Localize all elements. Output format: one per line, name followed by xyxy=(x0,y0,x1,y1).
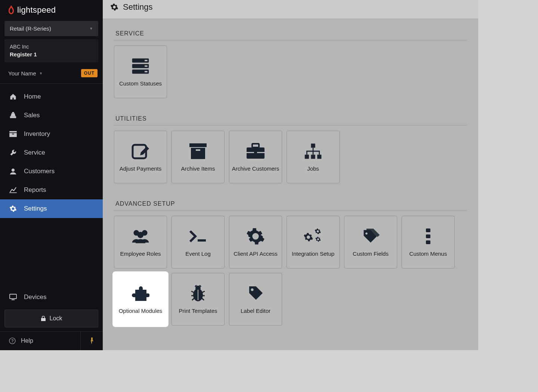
tile-archive-customers[interactable]: Archive Customers xyxy=(229,131,282,183)
pin-button[interactable] xyxy=(80,332,103,350)
section-title: SERVICE xyxy=(114,27,467,40)
tile-label-editor[interactable]: Label Editor xyxy=(229,273,282,326)
sidebar-item-inventory[interactable]: Inventory xyxy=(0,125,103,143)
flame-icon xyxy=(7,5,15,15)
tile-custom-statuses[interactable]: Custom Statuses xyxy=(114,46,167,98)
svg-rect-35 xyxy=(426,234,430,238)
status-badge: OUT xyxy=(81,69,98,77)
help-row: ? Help xyxy=(0,331,103,350)
sidebar-item-label: Service xyxy=(24,149,45,156)
sidebar-item-label: Settings xyxy=(24,205,47,212)
svg-rect-39 xyxy=(198,290,198,300)
server-icon xyxy=(131,56,150,76)
edit-icon xyxy=(131,141,150,161)
sidebar-item-settings[interactable]: Settings xyxy=(0,199,103,218)
tile-client-api-access[interactable]: Client API Access xyxy=(229,216,282,268)
sidebar-bottom: Devices Lock ? Help xyxy=(0,288,103,350)
tile-label: Integration Setup xyxy=(292,251,334,258)
puzzle-icon xyxy=(131,284,150,303)
svg-rect-7 xyxy=(10,294,16,299)
monitor-icon xyxy=(9,293,17,301)
gear-icon xyxy=(9,205,17,213)
brand-text: lightspeed xyxy=(17,5,56,15)
svg-rect-34 xyxy=(426,228,430,232)
svg-rect-26 xyxy=(305,155,309,159)
sitemap-icon xyxy=(303,141,323,161)
page-title: Settings xyxy=(123,2,153,12)
svg-rect-0 xyxy=(10,116,16,118)
product-selector[interactable]: Retail (R-Series) ▼ xyxy=(4,21,98,36)
logo-row: lightspeed xyxy=(0,0,103,19)
sidebar-item-label: Sales xyxy=(24,112,40,119)
sidebar-item-sales[interactable]: Sales xyxy=(0,106,103,125)
tile-print-templates[interactable]: Print Templates xyxy=(171,273,225,326)
user-row[interactable]: Your Name ▼ OUT xyxy=(0,65,103,84)
tile-grid: Custom Statuses xyxy=(114,46,467,98)
register-icon xyxy=(9,111,17,119)
terminal-icon xyxy=(188,227,208,246)
svg-rect-8 xyxy=(12,299,15,300)
tile-label: Optional Modules xyxy=(119,308,163,315)
tile-adjust-payments[interactable]: Adjust Payments xyxy=(114,131,167,183)
tile-custom-menus[interactable]: Custom Menus xyxy=(402,216,455,268)
tile-label: Label Editor xyxy=(241,308,270,315)
svg-rect-3 xyxy=(9,131,17,133)
sidebar-item-customers[interactable]: Customers xyxy=(0,162,103,181)
briefcase-icon xyxy=(246,141,265,161)
tile-optional-modules[interactable]: Optional Modules xyxy=(114,273,167,326)
svg-rect-4 xyxy=(12,134,14,134)
tile-jobs[interactable]: Jobs xyxy=(287,131,340,183)
tile-employee-roles[interactable]: Employee Roles xyxy=(114,216,167,268)
archive-icon xyxy=(188,141,208,161)
pin-icon xyxy=(90,337,94,344)
tile-archive-items[interactable]: Archive Items xyxy=(171,131,225,183)
section-title: UTILITIES xyxy=(114,112,467,125)
svg-rect-27 xyxy=(311,155,315,159)
gear-icon xyxy=(110,3,118,11)
main-body: SERVICECustom StatusesUTILITIESAdjust Pa… xyxy=(103,19,478,350)
gear-big-icon xyxy=(246,227,265,246)
main-content: Settings SERVICECustom StatusesUTILITIES… xyxy=(103,0,478,350)
help-button[interactable]: ? Help xyxy=(0,332,80,349)
org-name: ABC Inc xyxy=(10,43,93,50)
sidebar: lightspeed Retail (R-Series) ▼ ABC Inc R… xyxy=(0,0,103,350)
nav: HomeSalesInventoryServiceCustomersReport… xyxy=(0,84,103,288)
tile-label: Jobs xyxy=(307,165,319,172)
svg-rect-2 xyxy=(9,133,17,137)
tile-integration-setup[interactable]: Integration Setup xyxy=(287,216,340,268)
svg-rect-15 xyxy=(145,65,147,67)
tile-label: Custom Fields xyxy=(353,251,389,258)
svg-rect-24 xyxy=(254,151,257,154)
menu-dots-icon xyxy=(418,227,438,246)
lock-label: Lock xyxy=(50,315,62,322)
user-icon xyxy=(9,167,17,175)
wrench-icon xyxy=(9,149,17,157)
question-icon: ? xyxy=(9,337,16,344)
tile-event-log[interactable]: Event Log xyxy=(171,216,225,268)
sidebar-item-home[interactable]: Home xyxy=(0,87,103,106)
sidebar-item-reports[interactable]: Reports xyxy=(0,181,103,199)
tile-custom-fields[interactable]: Custom Fields xyxy=(344,216,397,268)
tile-label: Employee Roles xyxy=(120,251,161,258)
lock-button[interactable]: Lock xyxy=(4,309,98,327)
sidebar-item-label: Inventory xyxy=(24,130,50,138)
tile-grid: Employee RolesEvent LogClient API Access… xyxy=(114,216,467,326)
svg-rect-20 xyxy=(196,149,200,151)
svg-point-5 xyxy=(12,169,15,172)
sidebar-item-service[interactable]: Service xyxy=(0,143,103,162)
sidebar-item-label: Home xyxy=(24,93,41,100)
user-name: Your Name ▼ xyxy=(8,70,43,77)
tile-label: Custom Statuses xyxy=(119,80,162,87)
bug-icon xyxy=(188,284,208,303)
tile-label: Archive Customers xyxy=(232,165,279,172)
register-name: Register 1 xyxy=(10,50,93,59)
sidebar-item-devices[interactable]: Devices xyxy=(0,288,103,307)
help-label: Help xyxy=(21,337,33,344)
org-block[interactable]: ABC Inc Register 1 xyxy=(4,39,98,62)
sidebar-item-label: Reports xyxy=(24,186,46,194)
svg-point-40 xyxy=(251,289,254,291)
chevron-down-icon: ▼ xyxy=(89,27,93,31)
tile-label: Custom Menus xyxy=(409,251,447,258)
svg-rect-28 xyxy=(317,155,321,159)
tile-grid: Adjust PaymentsArchive ItemsArchive Cust… xyxy=(114,131,467,183)
